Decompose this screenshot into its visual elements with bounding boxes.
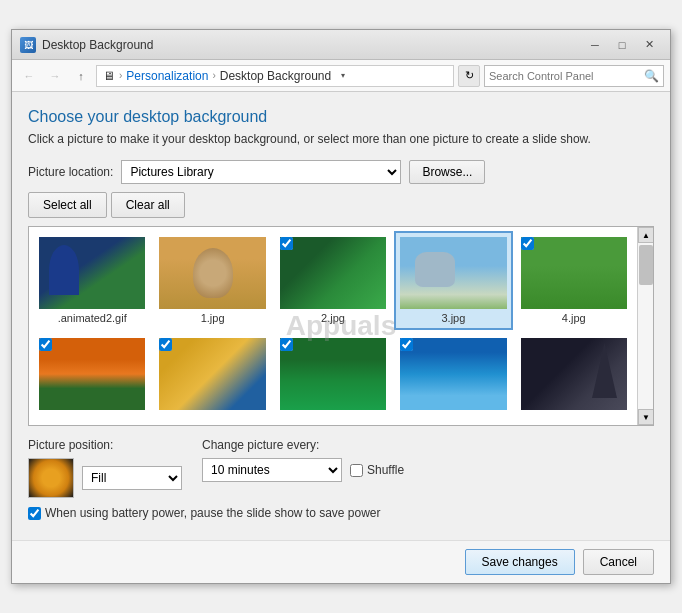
battery-label: When using battery power, pause the slid…	[45, 506, 381, 520]
bottom-section: Picture position: Fill Fit Stretch Tile …	[28, 438, 654, 498]
select-all-button[interactable]: Select all	[28, 192, 107, 218]
page-title: Choose your desktop background	[28, 108, 654, 126]
list-item[interactable]	[515, 332, 633, 419]
image-thumb-animated2	[39, 237, 145, 309]
picture-position-group: Picture position: Fill Fit Stretch Tile …	[28, 438, 182, 498]
address-bar: ← → ↑ 🖥 › Personalization › Desktop Back…	[12, 60, 670, 92]
search-button[interactable]: 🔍	[643, 68, 659, 84]
image-checkbox-8[interactable]	[400, 338, 413, 351]
breadcrumb: 🖥 › Personalization › Desktop Background…	[96, 65, 454, 87]
footer: Save changes Cancel	[12, 540, 670, 583]
content-area: Choose your desktop background Click a p…	[12, 92, 670, 540]
picture-location-label: Picture location:	[28, 165, 113, 179]
image-checkbox-2jpg[interactable]	[280, 237, 293, 250]
up-button[interactable]: ↑	[70, 65, 92, 87]
image-thumb-5	[39, 338, 145, 410]
desktop-background-window: 🖼 Desktop Background ─ □ ✕ ← → ↑ 🖥 › Per…	[11, 29, 671, 584]
list-item[interactable]: 3.jpg	[394, 231, 512, 330]
browse-button[interactable]: Browse...	[409, 160, 485, 184]
list-item[interactable]: 4.jpg	[515, 231, 633, 330]
window-icon: 🖼	[20, 37, 36, 53]
image-grid-container: .animated2.gif 1.jpg 2.jpg	[28, 226, 654, 426]
scroll-down-button[interactable]: ▼	[638, 409, 654, 425]
image-label-3jpg: 3.jpg	[400, 312, 506, 324]
title-bar: 🖼 Desktop Background ─ □ ✕	[12, 30, 670, 60]
picture-location-row: Picture location: Pictures Library Brows…	[28, 160, 654, 184]
image-thumb-3jpg	[400, 237, 506, 309]
image-checkbox-7[interactable]	[280, 338, 293, 351]
position-preview-row: Fill Fit Stretch Tile Center Span	[28, 458, 182, 498]
picture-location-dropdown[interactable]: Pictures Library	[121, 160, 401, 184]
breadcrumb-personalization[interactable]: Personalization	[126, 69, 208, 83]
image-thumb-8	[400, 338, 506, 410]
forward-button[interactable]: →	[44, 65, 66, 87]
breadcrumb-dropdown-button[interactable]: ▾	[335, 65, 351, 87]
list-item[interactable]	[274, 332, 392, 419]
search-input[interactable]	[489, 70, 643, 82]
shuffle-row: Shuffle	[350, 463, 404, 477]
shuffle-checkbox[interactable]	[350, 464, 363, 477]
picture-position-dropdown[interactable]: Fill Fit Stretch Tile Center Span	[82, 466, 182, 490]
change-picture-group: Change picture every: 10 minutes 1 minut…	[202, 438, 404, 482]
save-changes-button[interactable]: Save changes	[465, 549, 575, 575]
breadcrumb-current: Desktop Background	[220, 69, 331, 83]
image-label-4jpg: 4.jpg	[521, 312, 627, 324]
title-bar-controls: ─ □ ✕	[582, 34, 662, 56]
image-thumb-9	[521, 338, 627, 410]
interval-row: 10 minutes 1 minute 2 minutes 5 minutes …	[202, 458, 404, 482]
page-subtitle: Click a picture to make it your desktop …	[28, 132, 654, 146]
image-label-2jpg: 2.jpg	[280, 312, 386, 324]
battery-row: When using battery power, pause the slid…	[28, 506, 654, 520]
change-picture-label: Change picture every:	[202, 438, 404, 452]
list-item[interactable]	[394, 332, 512, 419]
battery-checkbox[interactable]	[28, 507, 41, 520]
shuffle-label: Shuffle	[367, 463, 404, 477]
minimize-button[interactable]: ─	[582, 34, 608, 56]
list-item[interactable]	[153, 332, 271, 419]
breadcrumb-arrow-2: ›	[212, 70, 215, 81]
image-checkbox-4jpg[interactable]	[521, 237, 534, 250]
image-label-animated2: .animated2.gif	[39, 312, 145, 324]
window-title: Desktop Background	[42, 38, 582, 52]
select-clear-row: Select all Clear all	[28, 192, 654, 218]
list-item[interactable]: 2.jpg	[274, 231, 392, 330]
interval-dropdown[interactable]: 10 minutes 1 minute 2 minutes 5 minutes …	[202, 458, 342, 482]
picture-position-label: Picture position:	[28, 438, 182, 452]
breadcrumb-arrow-1: ›	[119, 70, 122, 81]
image-checkbox-5[interactable]	[39, 338, 52, 351]
cancel-button[interactable]: Cancel	[583, 549, 654, 575]
image-thumb-2jpg	[280, 237, 386, 309]
breadcrumb-home-icon: 🖥	[103, 69, 115, 83]
back-button[interactable]: ←	[18, 65, 40, 87]
image-grid: .animated2.gif 1.jpg 2.jpg	[29, 227, 637, 425]
scroll-up-button[interactable]: ▲	[638, 227, 654, 243]
list-item[interactable]: 1.jpg	[153, 231, 271, 330]
close-button[interactable]: ✕	[636, 34, 662, 56]
image-checkbox-6[interactable]	[159, 338, 172, 351]
position-preview-thumb	[28, 458, 74, 498]
image-thumb-6	[159, 338, 265, 410]
image-thumb-7	[280, 338, 386, 410]
image-thumb-1jpg	[159, 237, 265, 309]
list-item[interactable]: .animated2.gif	[33, 231, 151, 330]
list-item[interactable]	[33, 332, 151, 419]
vertical-scrollbar: ▲ ▼	[637, 227, 653, 425]
image-label-1jpg: 1.jpg	[159, 312, 265, 324]
maximize-button[interactable]: □	[609, 34, 635, 56]
scroll-track	[638, 243, 653, 409]
clear-all-button[interactable]: Clear all	[111, 192, 185, 218]
search-box: 🔍	[484, 65, 664, 87]
image-thumb-4jpg	[521, 237, 627, 309]
scroll-thumb[interactable]	[639, 245, 653, 285]
refresh-button[interactable]: ↻	[458, 65, 480, 87]
